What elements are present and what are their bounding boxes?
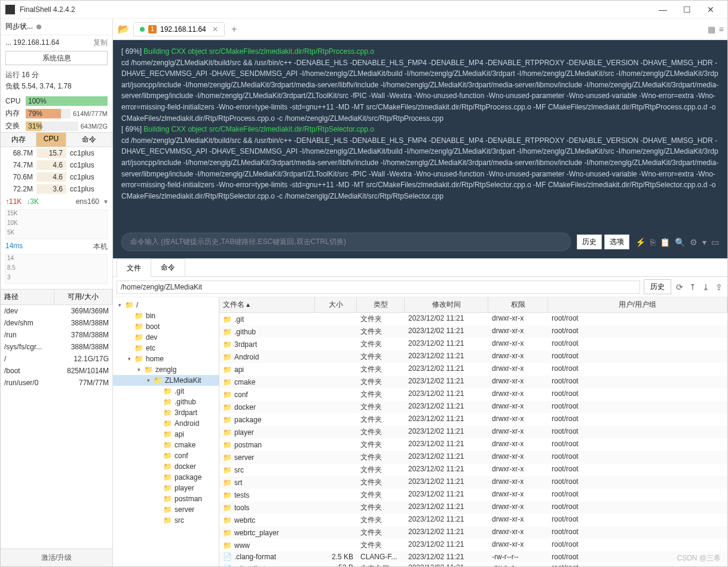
refresh-icon[interactable]: ⟳: [675, 282, 684, 292]
upload-icon[interactable]: ⤒: [688, 282, 698, 292]
file-row[interactable]: 📁server文件夹2023/12/02 11:21drwxr-xr-xroot…: [219, 451, 727, 464]
terminal[interactable]: [ 69%] Building CXX object src/CMakeFile…: [113, 40, 727, 228]
tree-item[interactable]: 📁3rdpart: [113, 407, 219, 418]
fs-header-size[interactable]: 可用/大小: [54, 289, 112, 304]
command-input[interactable]: 命令输入 (按ALT键提示历史,TAB键路径,ESC键返回,双击CTRL切换): [121, 233, 571, 251]
upload2-icon[interactable]: ⇪: [714, 282, 724, 292]
process-row[interactable]: 72.2M3.6cc1plus: [1, 183, 112, 195]
history-button[interactable]: 历史: [577, 234, 602, 249]
tree-item[interactable]: 📁server: [113, 504, 219, 515]
folder-icon: 📁: [223, 416, 232, 424]
tree-item[interactable]: 📁conf: [113, 450, 219, 461]
file-row[interactable]: 📁webrtc_player文件夹2023/12/02 11:21drwxr-x…: [219, 526, 727, 539]
folder-icon: 📁: [223, 453, 232, 462]
file-row[interactable]: 📁api文件夹2023/12/02 11:21drwxr-xr-xroot/ro…: [219, 363, 727, 376]
tree-item[interactable]: 📁package: [113, 472, 219, 483]
copy-icon[interactable]: ⎘: [650, 237, 655, 247]
proc-header-cmd[interactable]: 命令: [66, 133, 112, 147]
file-header-name[interactable]: 文件名 ▴: [219, 297, 315, 312]
filesystem-row[interactable]: /dev/shm388M/388M: [1, 317, 112, 329]
file-header-user[interactable]: 用户/用户组: [548, 297, 727, 312]
proc-header-cpu[interactable]: CPU: [36, 133, 66, 147]
tree-item[interactable]: 📁boot: [113, 321, 219, 332]
add-tab-button[interactable]: +: [227, 22, 241, 36]
filesystem-row[interactable]: /run378M/388M: [1, 329, 112, 341]
chevron-down-icon[interactable]: ▾: [104, 197, 108, 206]
minimize-button[interactable]: —: [651, 1, 675, 18]
file-row[interactable]: 📁docker文件夹2023/12/02 11:21drwxr-xr-xroot…: [219, 401, 727, 413]
chevron-down-icon[interactable]: ▾: [702, 237, 706, 247]
directory-tree[interactable]: ▾📁/📁bin📁boot📁dev📁etc▾📁home▾📁zenglg▾📁ZLMe…: [113, 297, 219, 566]
file-row[interactable]: 📁srt文件夹2023/12/02 11:21drwxr-xr-xroot/ro…: [219, 476, 727, 489]
tree-item[interactable]: 📁src: [113, 515, 219, 526]
file-row[interactable]: 📁tests文件夹2023/12/02 11:21drwxr-xr-xroot/…: [219, 489, 727, 501]
tree-item[interactable]: 📁postman: [113, 493, 219, 504]
file-row[interactable]: 📄.clang-format2.5 KBCLANG-F...2023/12/02…: [219, 551, 727, 562]
bolt-icon[interactable]: ⚡: [635, 237, 646, 247]
options-button[interactable]: 选项: [604, 234, 629, 249]
tree-item[interactable]: 📁cmake: [113, 440, 219, 450]
paste-icon[interactable]: 📋: [660, 237, 670, 247]
file-row[interactable]: 📁player文件夹2023/12/02 11:21drwxr-xr-xroot…: [219, 426, 727, 438]
filesystem-row[interactable]: /sys/fs/cgr...388M/388M: [1, 341, 112, 353]
fs-header-path[interactable]: 路径: [1, 289, 54, 304]
tree-item[interactable]: 📁Android: [113, 418, 219, 429]
file-header-perm[interactable]: 权限: [488, 297, 548, 312]
tab-close-icon[interactable]: ✕: [212, 25, 218, 33]
tree-item[interactable]: 📁api: [113, 429, 219, 440]
list-view-icon[interactable]: ≡: [719, 25, 724, 34]
tree-item[interactable]: 📁docker: [113, 461, 219, 472]
file-tab[interactable]: 文件: [117, 259, 151, 277]
copy-button[interactable]: 复制: [93, 38, 108, 48]
file-row[interactable]: 📁src文件夹2023/12/02 11:21drwxr-xr-xroot/ro…: [219, 464, 727, 476]
open-folder-icon[interactable]: 📂: [117, 22, 131, 36]
tree-item[interactable]: ▾📁ZLMediaKit: [113, 375, 219, 386]
folder-icon: 📁: [163, 516, 172, 525]
activate-button[interactable]: 激活/升级: [1, 548, 112, 566]
tree-item[interactable]: ▾📁home: [113, 353, 219, 364]
tree-item[interactable]: 📁.github: [113, 397, 219, 407]
file-row[interactable]: 📁Android文件夹2023/12/02 11:21drwxr-xr-xroo…: [219, 350, 727, 363]
tree-item[interactable]: 📁etc: [113, 343, 219, 353]
proc-header-mem[interactable]: 内存: [1, 133, 36, 147]
command-tab[interactable]: 命令: [151, 258, 185, 276]
tree-item[interactable]: ▾📁/: [113, 300, 219, 310]
connection-tab[interactable]: 1 192.168.11.64 ✕: [133, 22, 225, 36]
file-row[interactable]: 📁www文件夹2023/12/02 11:21drwxr-xr-xroot/ro…: [219, 539, 727, 551]
tree-item[interactable]: 📁player: [113, 483, 219, 493]
maximize-button[interactable]: ☐: [675, 1, 699, 18]
tree-item[interactable]: 📁dev: [113, 332, 219, 343]
tree-item[interactable]: 📁bin: [113, 310, 219, 321]
file-row[interactable]: 📁conf文件夹2023/12/02 11:21drwxr-xr-xroot/r…: [219, 388, 727, 401]
close-button[interactable]: ✕: [699, 1, 723, 18]
file-row[interactable]: 📁cmake文件夹2023/12/02 11:21drwxr-xr-xroot/…: [219, 376, 727, 388]
file-row[interactable]: 📁package文件夹2023/12/02 11:21drwxr-xr-xroo…: [219, 413, 727, 426]
file-row[interactable]: 📁tools文件夹2023/12/02 11:21drwxr-xr-xroot/…: [219, 501, 727, 514]
file-header-size[interactable]: 大小: [315, 297, 357, 312]
filesystem-row[interactable]: /dev369M/369M: [1, 305, 112, 317]
file-header-date[interactable]: 修改时间: [405, 297, 488, 312]
filesystem-row[interactable]: /run/user/077M/77M: [1, 377, 112, 389]
file-row[interactable]: 📁.github文件夹2023/12/02 11:21drwxr-xr-xroo…: [219, 325, 727, 338]
path-input[interactable]: /home/zenglg/ZLMediaKit: [117, 281, 640, 294]
file-row[interactable]: 📁postman文件夹2023/12/02 11:21drwxr-xr-xroo…: [219, 438, 727, 451]
file-row[interactable]: 📁.git文件夹2023/12/02 11:21drwxr-xr-xroot/r…: [219, 313, 727, 325]
process-row[interactable]: 68.7M15.7cc1plus: [1, 147, 112, 159]
file-row[interactable]: 📄.gitattributes52 B文本文档2023/12/02 11:21-…: [219, 562, 727, 566]
gear-icon[interactable]: ⚙: [690, 237, 698, 247]
system-info-button[interactable]: 系统信息: [5, 51, 108, 65]
file-header-type[interactable]: 类型: [357, 297, 405, 312]
download-icon[interactable]: ⤓: [701, 282, 711, 292]
maximize-terminal-icon[interactable]: ▭: [711, 237, 719, 247]
file-row[interactable]: 📁webrtc文件夹2023/12/02 11:21drwxr-xr-xroot…: [219, 514, 727, 526]
process-row[interactable]: 74.7M4.6cc1plus: [1, 159, 112, 171]
path-history-button[interactable]: 历史: [644, 279, 671, 294]
filesystem-row[interactable]: /boot825M/1014M: [1, 365, 112, 377]
tree-item[interactable]: ▾📁zenglg: [113, 364, 219, 375]
grid-view-icon[interactable]: ▦: [708, 25, 715, 34]
process-row[interactable]: 70.6M4.6cc1plus: [1, 171, 112, 183]
tree-item[interactable]: 📁.git: [113, 386, 219, 397]
file-row[interactable]: 📁3rdpart文件夹2023/12/02 11:21drwxr-xr-xroo…: [219, 338, 727, 350]
filesystem-row[interactable]: /12.1G/17G: [1, 353, 112, 365]
search-icon[interactable]: 🔍: [675, 237, 685, 247]
